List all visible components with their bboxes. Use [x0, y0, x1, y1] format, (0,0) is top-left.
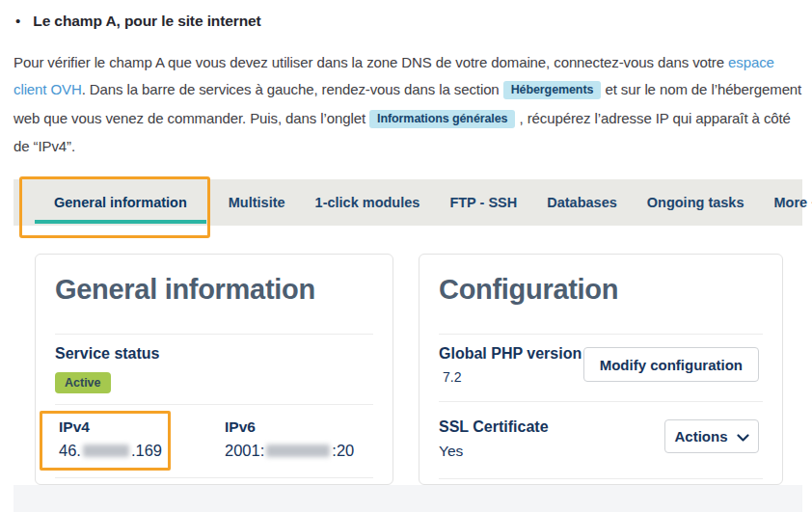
- tab-label: Multisite: [229, 195, 285, 210]
- screenshot-footer-strip: [14, 485, 802, 512]
- tab-ftp-ssh[interactable]: FTP - SSH: [449, 195, 517, 210]
- tab-ongoing-tasks[interactable]: Ongoing tasks: [647, 195, 744, 210]
- php-version-label: Global PHP version: [439, 345, 582, 363]
- divider: [439, 478, 763, 479]
- general-information-card: General information Service status Activ…: [35, 254, 393, 485]
- documentation-page: • Le champ A, pour le site internet Pour…: [0, 0, 812, 512]
- informations-generales-badge: Informations générales: [369, 110, 515, 128]
- tab-multisite[interactable]: Multisite: [229, 195, 285, 210]
- card-title: General information: [55, 274, 315, 306]
- tab-label: More +: [773, 195, 812, 210]
- tab-label: Databases: [547, 195, 617, 210]
- ipv6-value: 2001::20: [225, 442, 354, 460]
- tab-databases[interactable]: Databases: [547, 195, 617, 210]
- screenshot-content: General information Service status Activ…: [14, 226, 802, 485]
- ipv6-label: IPv6: [225, 418, 256, 436]
- service-status-label: Service status: [55, 345, 160, 363]
- configuration-card: Configuration Global PHP version 7.2 Mod…: [419, 254, 783, 485]
- divider: [55, 477, 373, 478]
- doc-bullet-heading: • Le champ A, pour le site internet: [15, 11, 261, 31]
- ipv6-suffix: :20: [332, 442, 354, 459]
- tab-label: 1-click modules: [315, 195, 420, 210]
- hebergements-badge: Hébergements: [503, 81, 602, 99]
- redacted-blur: [83, 445, 129, 457]
- doc-paragraph: Pour vérifier le champ A que vous devez …: [14, 49, 806, 161]
- divider: [55, 334, 373, 335]
- ipv4-prefix: 46.: [59, 442, 81, 459]
- para-text-2: . Dans la barre de services à gauche, re…: [82, 81, 503, 97]
- redacted-blur: [266, 445, 330, 457]
- tab-general-information[interactable]: General information: [42, 195, 199, 210]
- card-title: Configuration: [439, 274, 618, 306]
- tab-label: FTP - SSH: [449, 195, 517, 210]
- doc-heading-text: Le champ A, pour le site internet: [33, 11, 260, 31]
- status-badge: Active: [55, 372, 111, 393]
- ipv6-prefix: 2001:: [225, 442, 264, 459]
- divider: [55, 404, 373, 405]
- divider: [439, 401, 763, 402]
- actions-label: Actions: [674, 428, 727, 445]
- ipv4-label: IPv4: [59, 418, 90, 436]
- active-tab-underline: [35, 220, 206, 224]
- para-text-1: Pour vérifier le champ A que vous devez …: [14, 54, 728, 70]
- ssl-certificate-value: Yes: [439, 443, 463, 460]
- embedded-screenshot: General information Multisite 1-click mo…: [14, 179, 802, 512]
- hosting-tab-bar: General information Multisite 1-click mo…: [14, 179, 802, 226]
- bullet-marker: •: [15, 11, 20, 31]
- modify-configuration-button[interactable]: Modify configuration: [583, 347, 759, 382]
- chevron-down-icon: [737, 434, 749, 442]
- ssl-certificate-label: SSL Certificate: [439, 418, 549, 436]
- tab-label: General information: [54, 195, 187, 210]
- ipv4-value: 46..169: [59, 442, 162, 460]
- php-version-value: 7.2: [443, 369, 461, 385]
- divider: [439, 334, 763, 335]
- tab-more[interactable]: More +: [773, 195, 812, 210]
- ipv4-suffix: .169: [131, 442, 162, 459]
- tab-1-click-modules[interactable]: 1-click modules: [315, 195, 420, 210]
- tab-label: Ongoing tasks: [647, 195, 744, 210]
- actions-button[interactable]: Actions: [664, 419, 759, 453]
